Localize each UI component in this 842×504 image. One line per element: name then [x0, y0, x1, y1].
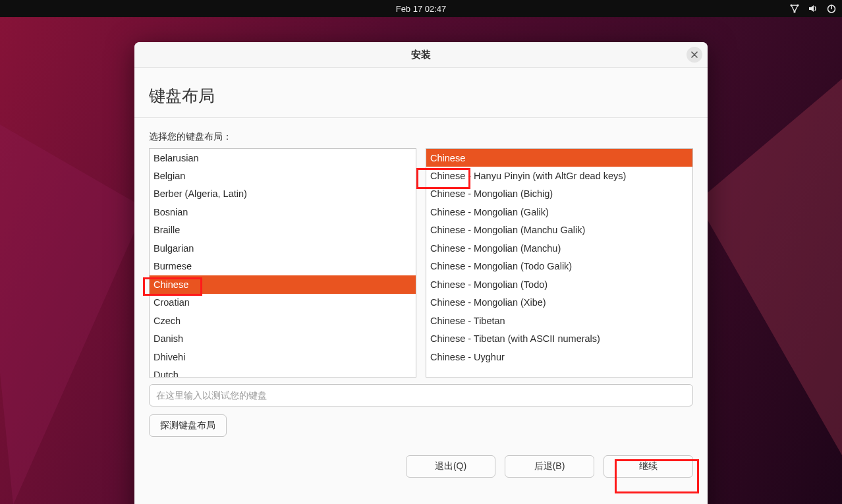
detect-layout-button[interactable]: 探测键盘布局	[149, 414, 227, 437]
list-item[interactable]: Braille	[150, 221, 416, 239]
list-item[interactable]: Chinese	[150, 275, 416, 293]
system-tray	[789, 0, 837, 17]
test-keyboard-input[interactable]	[149, 384, 693, 406]
list-item[interactable]: Chinese - Mongolian (Todo Galik)	[426, 258, 692, 275]
list-item[interactable]: Chinese - Hanyu Pinyin (with AltGr dead …	[426, 167, 692, 184]
list-item[interactable]: Chinese - Mongolian (Manchu)	[426, 239, 692, 257]
window-title: 安装	[411, 49, 431, 61]
installer-content: 键盘布局 选择您的键盘布局： BelarusianBelgianBerber (…	[134, 68, 708, 504]
close-button[interactable]	[687, 47, 702, 63]
test-keyboard-row	[149, 384, 693, 406]
list-item[interactable]: Danish	[150, 330, 416, 348]
keyboard-subtitle: 选择您的键盘布局：	[134, 118, 708, 148]
list-item[interactable]: Chinese - Uyghur	[426, 348, 692, 366]
list-item[interactable]: Chinese - Mongolian (Todo)	[426, 275, 692, 293]
list-item[interactable]: Dutch	[150, 366, 416, 378]
page-heading: 键盘布局	[134, 68, 708, 118]
clock-label: Feb 17 02:47	[396, 4, 447, 14]
network-icon[interactable]	[789, 3, 800, 14]
list-item[interactable]: Chinese - Mongolian (Xibe)	[426, 294, 692, 312]
list-item[interactable]: Belarusian	[150, 149, 416, 167]
list-item[interactable]: Berber (Algeria, Latin)	[150, 185, 416, 203]
svg-marker-5	[697, 57, 842, 478]
svg-marker-4	[0, 109, 145, 504]
list-item[interactable]: Chinese - Tibetan	[426, 312, 692, 329]
list-item[interactable]: Chinese - Mongolian (Galik)	[426, 203, 692, 221]
list-item[interactable]: Belgian	[150, 167, 416, 184]
list-item[interactable]: Bulgarian	[150, 239, 416, 257]
power-icon[interactable]	[826, 3, 837, 14]
language-listbox[interactable]: BelarusianBelgianBerber (Algeria, Latin)…	[149, 148, 416, 378]
close-icon	[691, 50, 698, 59]
list-item[interactable]: Bosnian	[150, 203, 416, 221]
list-item[interactable]: Burmese	[150, 258, 416, 275]
keyboard-layout-lists: BelarusianBelgianBerber (Algeria, Latin)…	[134, 148, 708, 378]
back-button[interactable]: 后退(B)	[505, 455, 594, 478]
list-item[interactable]: Dhivehi	[150, 348, 416, 366]
list-item[interactable]: Croatian	[150, 294, 416, 312]
quit-button[interactable]: 退出(Q)	[406, 455, 495, 478]
list-item[interactable]: Chinese	[426, 149, 692, 167]
list-item[interactable]: Czech	[150, 312, 416, 329]
window-titlebar: 安装	[134, 42, 708, 68]
desktop-wallpaper: 安装 键盘布局 选择您的键盘布局： BelarusianBelgianBerbe…	[0, 17, 842, 504]
nav-buttons: 退出(Q) 后退(B) 继续	[406, 455, 693, 478]
list-item[interactable]: Chinese - Mongolian (Manchu Galik)	[426, 221, 692, 239]
list-item[interactable]: Chinese - Tibetan (with ASCII numerals)	[426, 330, 692, 348]
variant-listbox[interactable]: ChineseChinese - Hanyu Pinyin (with AltG…	[426, 148, 693, 378]
installer-window: 安装 键盘布局 选择您的键盘布局： BelarusianBelgianBerbe…	[134, 42, 708, 504]
list-item[interactable]: Chinese - Mongolian (Bichig)	[426, 185, 692, 203]
volume-icon[interactable]	[808, 3, 818, 14]
continue-button[interactable]: 继续	[603, 455, 693, 478]
system-top-bar: Feb 17 02:47	[0, 0, 842, 17]
